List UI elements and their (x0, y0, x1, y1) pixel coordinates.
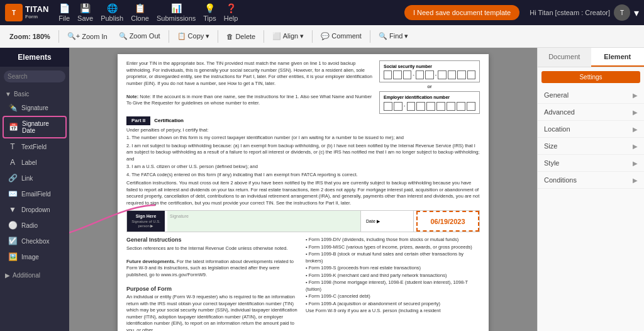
toolbar-sep-3 (218, 30, 218, 43)
save-document-button[interactable]: I Need save document template (404, 5, 519, 20)
zoom-level: Zoom: 180% (5, 31, 55, 42)
signature-date-icon: 📅 (9, 123, 18, 132)
cert-item-1: 1. The number shown on this form is my c… (126, 135, 480, 142)
panel-item-conditions[interactable]: Conditions ▶ (538, 172, 644, 189)
panel-item-advanced[interactable]: Advanced ▶ (538, 104, 644, 121)
chevron-right-advanced: ▶ (633, 109, 638, 116)
nav-tips[interactable]: 💡Tips (203, 3, 216, 22)
ein-field-4[interactable] (416, 102, 425, 111)
chevron-right-conditions: ▶ (633, 177, 638, 184)
ein-field-1[interactable] (384, 102, 392, 111)
chevron-right-size: ▶ (633, 143, 638, 150)
general-instructions: General Instructions Section references … (126, 236, 301, 331)
find-button[interactable]: 🔍 Find ▾ (374, 30, 413, 42)
ein-section: Employer identification number - (379, 91, 480, 113)
ein-field-8[interactable] (457, 102, 465, 111)
ssn-field-3[interactable] (403, 70, 411, 79)
ssn-field-1[interactable] (384, 70, 392, 79)
image-icon: 🖼️ (8, 252, 18, 261)
ein-fields: - (384, 102, 475, 111)
zoom-in-button[interactable]: 🔍+🔍 Zoom In Zoom In (63, 30, 112, 42)
cert-item-2: 2. I am not subject to backup withholdin… (126, 143, 480, 163)
cert-intro: Under penalties of perjury, I certify th… (126, 127, 480, 134)
panel-item-location[interactable]: Location ▶ (538, 121, 644, 138)
ssn-field-5[interactable] (425, 70, 433, 79)
nav-publish[interactable]: 🌐Publish (101, 3, 123, 22)
ein-field-5[interactable] (426, 102, 435, 111)
right-panel: Document Element Settings General ▶ Adva… (537, 48, 644, 331)
sidebar-item-label[interactable]: A Label (3, 155, 67, 170)
copy-button[interactable]: 📋 Copy ▾ (173, 30, 214, 42)
sidebar-item-emailfield[interactable]: ✉️ EmailField (3, 186, 67, 201)
ein-field-3[interactable] (407, 102, 416, 111)
future-dev-label: Future developments. (126, 259, 175, 264)
search-bar (0, 67, 69, 86)
nav-clone[interactable]: 📋Clone (131, 3, 149, 22)
sidebar-basic-header[interactable]: ▼ Basic (0, 89, 69, 99)
sidebar-item-signature[interactable]: ✒️ Signature (3, 100, 67, 115)
publish-icon: 🌐 (107, 3, 118, 13)
sidebar-item-image[interactable]: 🖼️ Image (3, 249, 67, 264)
sidebar-item-signature-date[interactable]: 📅 Signature Date (3, 116, 67, 138)
nav-save[interactable]: 💾Save (77, 3, 93, 22)
sidebar-item-radio[interactable]: ⚪ Radio (3, 218, 67, 233)
panel-item-general[interactable]: General ▶ (538, 87, 644, 104)
tab-document[interactable]: Document (538, 48, 591, 67)
right-column-items: • Form 1099-DIV (dividends, including th… (306, 236, 480, 331)
sidebar-item-link[interactable]: 🔗 Link (3, 171, 67, 186)
ein-field-6[interactable] (436, 102, 445, 111)
comment-button[interactable]: 💬 Comment (316, 30, 366, 42)
sidebar-additional-header[interactable]: ▶ Additional (0, 270, 69, 281)
ein-field-7[interactable] (447, 102, 455, 111)
chevron-right-style: ▶ (633, 160, 638, 167)
panel-item-size[interactable]: Size ▶ (538, 138, 644, 155)
ssn-section: Social security number - - (379, 60, 480, 82)
ssn-dash-2: - (435, 72, 437, 78)
textfield-icon: T (8, 142, 18, 151)
signature-field[interactable]: Signature (167, 211, 361, 232)
sidebar-item-checkbox[interactable]: ☑️ Checkbox (3, 233, 67, 249)
sidebar-item-dropdown[interactable]: ▼ Dropdown (3, 202, 67, 217)
sign-row: Sign Here Signature of U.S. person ▶ Sig… (126, 210, 480, 232)
logo: T TITAN Form (5, 4, 48, 21)
sidebar-item-textfield[interactable]: T TextField (3, 139, 67, 154)
ssn-fields: - - (384, 70, 475, 79)
date-value[interactable]: 06/19/2023 (416, 211, 479, 232)
part2-subtitle: Certification (154, 118, 184, 124)
nav-file[interactable]: 📄File (58, 3, 70, 22)
top-nav: 📄File 💾Save 🌐Publish 📋Clone 📊Submissions… (58, 3, 394, 22)
toolbar-sep-6 (370, 30, 370, 43)
delete-button[interactable]: 🗑 Delete (222, 31, 260, 42)
cert-item-4: 4. The FATCA code(s) entered on this for… (126, 172, 480, 179)
help-icon: ❓ (226, 3, 236, 13)
additional-section-label: Additional (13, 272, 40, 279)
panel-item-style[interactable]: Style ▶ (538, 155, 644, 172)
align-button[interactable]: ⬜ Align ▾ (268, 30, 308, 42)
zoom-out-button[interactable]: 🔍 Zoom Out (114, 30, 165, 42)
logo-icon: T (5, 4, 23, 21)
document-page: Enter your TIN in the appropriate box. T… (118, 54, 489, 331)
ssn-field-4[interactable] (416, 70, 424, 79)
sign-here-label: Sign Here Signature of U.S. person ▶ (127, 211, 165, 232)
ssn-field-6[interactable] (438, 70, 446, 79)
nav-help[interactable]: ❓Help (224, 3, 238, 22)
tips-icon: 💡 (204, 3, 215, 13)
zoom-in-icon: 🔍+ (67, 32, 80, 40)
submissions-icon: 📊 (171, 3, 182, 13)
ein-field-2[interactable] (394, 102, 402, 111)
ssn-field-8[interactable] (457, 70, 465, 79)
ssn-field-7[interactable] (448, 70, 456, 79)
right-panel-sections: General ▶ Advanced ▶ Location ▶ Size ▶ S… (538, 87, 644, 189)
ssn-field-2[interactable] (393, 70, 401, 79)
settings-button[interactable]: Settings (541, 71, 640, 83)
nav-submissions[interactable]: 📊Submissions (157, 3, 196, 22)
or-text: or (379, 82, 480, 91)
part2-label: Part II (126, 116, 150, 125)
chevron-down-icon: ▼ (5, 91, 11, 98)
ssn-field-9[interactable] (467, 70, 475, 79)
menu-icon[interactable]: ▾ (634, 7, 639, 19)
center-content[interactable]: Enter your TIN in the appropriate box. T… (69, 48, 537, 331)
ein-field-9[interactable] (467, 102, 475, 111)
search-input[interactable] (4, 70, 65, 82)
tab-element[interactable]: Element (591, 48, 645, 67)
